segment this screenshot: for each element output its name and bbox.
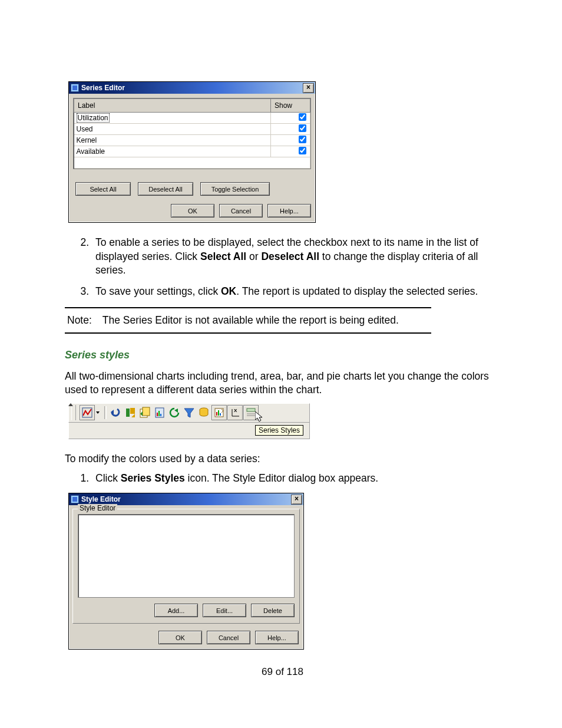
step-item: To enable a series to be displayed, sele… (92, 236, 500, 278)
cancel-button[interactable]: Cancel (207, 631, 250, 644)
series-show-checkbox[interactable] (299, 136, 306, 143)
paragraph: To modify the colors used by a data seri… (65, 452, 500, 466)
undo-icon[interactable] (108, 406, 123, 420)
series-label: Kernel (74, 135, 271, 146)
style-editor-groupbox: Style Editor Add... Edit... Delete (72, 509, 300, 624)
edit-button[interactable]: Edit... (203, 604, 246, 617)
column-header-label[interactable]: Label (74, 99, 271, 113)
groupbox-legend: Style Editor (78, 504, 117, 512)
series-show-checkbox[interactable] (299, 113, 306, 121)
svg-rect-22 (247, 409, 255, 411)
database-icon[interactable] (197, 406, 211, 420)
note-text: The Series Editor is not available while… (103, 314, 399, 327)
style-editor-titlebar[interactable]: Style Editor × (69, 493, 303, 505)
app-icon (71, 84, 79, 92)
series-label: Utilization (77, 113, 110, 123)
step-item: Click Series Styles icon. The Style Edit… (92, 472, 500, 486)
series-show-checkbox[interactable] (299, 147, 306, 154)
chart-type-dropdown-icon[interactable] (95, 406, 100, 420)
styles-listbox[interactable] (78, 514, 295, 598)
series-grid[interactable]: Label Show Utilization Used (73, 98, 311, 169)
series-show-checkbox[interactable] (299, 124, 306, 132)
series-label: Used (74, 124, 271, 135)
select-all-button[interactable]: Select All (75, 182, 131, 196)
edit-icon[interactable] (123, 406, 137, 420)
column-header-show[interactable]: Show (271, 99, 310, 113)
filter-icon[interactable] (182, 406, 196, 420)
ok-button[interactable]: OK (171, 204, 214, 218)
svg-rect-17 (218, 410, 219, 416)
export-icon[interactable] (138, 406, 152, 420)
close-icon[interactable]: × (291, 495, 302, 505)
refresh-icon[interactable] (167, 406, 181, 420)
series-styles-icon[interactable] (211, 405, 227, 420)
svg-rect-10 (158, 411, 160, 416)
add-button[interactable]: Add... (154, 604, 198, 617)
series-editor-title: Series Editor (81, 84, 303, 92)
svg-rect-6 (143, 407, 150, 416)
svg-rect-18 (220, 413, 221, 416)
report-icon[interactable] (153, 406, 167, 420)
steps-list: To enable a series to be displayed, sele… (65, 236, 500, 299)
step-item: To save your settings, click OK. The rep… (92, 285, 500, 299)
svg-marker-3 (131, 414, 135, 417)
style-editor-title: Style Editor (81, 495, 291, 503)
delete-button[interactable]: Delete (251, 604, 295, 617)
svg-text:X: X (234, 408, 237, 413)
svg-marker-12 (174, 409, 178, 413)
app-icon (71, 495, 79, 503)
tooltip-series-styles: Series Styles (255, 425, 303, 436)
section-header-series-styles: Series styles (65, 349, 500, 361)
toggle-selection-button[interactable]: Toggle Selection (200, 182, 270, 196)
table-row[interactable]: Kernel (74, 135, 310, 146)
axis-icon[interactable]: X (227, 405, 243, 420)
ok-button[interactable]: OK (158, 631, 202, 644)
help-button[interactable]: Help... (267, 204, 311, 218)
series-editor-titlebar[interactable]: Series Editor × (69, 82, 315, 94)
deselect-all-button[interactable]: Deselect All (138, 182, 193, 196)
svg-rect-11 (160, 414, 161, 416)
svg-rect-9 (157, 413, 158, 416)
style-editor-dialog: Style Editor × Style Editor Add... Edit.… (68, 493, 304, 650)
table-row[interactable]: Used (74, 124, 310, 135)
toolbar-grip[interactable] (71, 405, 76, 420)
table-row[interactable]: Available (74, 146, 310, 157)
svg-rect-16 (216, 412, 217, 416)
chart-type-icon[interactable] (80, 405, 95, 420)
note-block: Note: The Series Editor is not available… (65, 307, 431, 334)
help-button[interactable]: Help... (255, 631, 299, 644)
note-label: Note: (67, 314, 92, 327)
svg-rect-2 (126, 409, 130, 417)
series-editor-dialog: Series Editor × Label Show (68, 81, 316, 223)
legend-icon[interactable] (243, 405, 259, 420)
toolbar-screenshot: X Series Styles (68, 403, 311, 439)
page-number: 69 of 118 (65, 666, 500, 678)
close-icon[interactable]: × (303, 83, 314, 93)
table-row[interactable]: Utilization (74, 113, 310, 124)
steps-list: Click Series Styles icon. The Style Edit… (65, 472, 500, 486)
cancel-button[interactable]: Cancel (219, 204, 263, 218)
svg-marker-13 (184, 409, 194, 417)
svg-rect-4 (130, 408, 135, 414)
paragraph: All two-dimensional charts including tre… (65, 370, 500, 397)
series-label: Available (74, 146, 271, 157)
toolbar-separator (104, 406, 107, 419)
